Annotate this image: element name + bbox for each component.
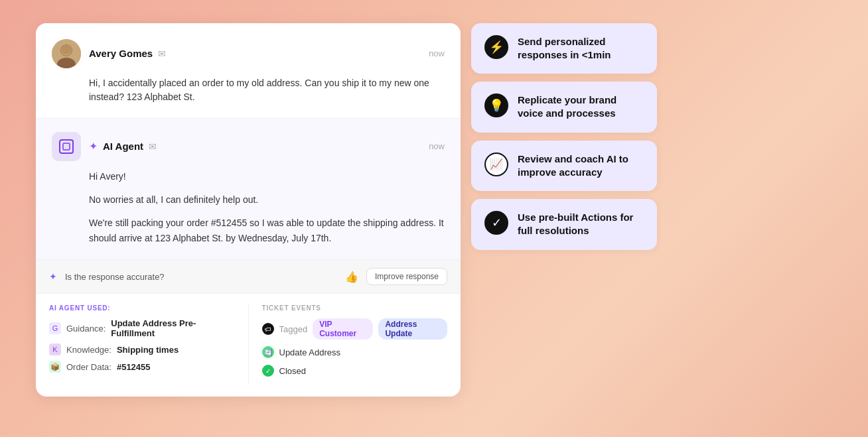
closed-icon: ✓	[262, 365, 274, 377]
lightbulb-icon: 💡	[484, 94, 508, 117]
feature-text-1: Send personalized responses in <1min	[518, 35, 644, 62]
closed-event: ✓ Closed	[262, 365, 448, 377]
feature-card-4: ✓ Use pre-built Actions for full resolut…	[471, 199, 657, 250]
feature-card-1: ⚡ Send personalized responses in <1min	[471, 23, 657, 74]
accuracy-sparkle-icon: ✦	[49, 271, 57, 282]
accuracy-bar: ✦ Is the response accurate? 👍 Improve re…	[36, 260, 461, 294]
guidance-label: Guidance:	[66, 324, 106, 334]
customer-message-header: Avery Gomes ✉ now	[52, 39, 445, 68]
improve-response-button[interactable]: Improve response	[366, 268, 447, 285]
ai-sender-info: ✦ AI Agent ✉	[89, 140, 421, 153]
main-container: Avery Gomes ✉ now Hi, I accidentally pla…	[36, 23, 832, 414]
ai-timestamp: now	[429, 141, 445, 151]
svg-point-4	[62, 45, 71, 54]
tagged-event: 🏷 Tagged VIP Customer Address Update	[262, 318, 448, 340]
feature-text-4: Use pre-built Actions for full resolutio…	[518, 211, 644, 238]
guidance-item: G Guidance: Update Address Pre-Fulfillme…	[49, 318, 235, 338]
feature-text-3: Review and coach AI to improve accuracy	[518, 153, 644, 180]
check-circle-icon: ✓	[484, 211, 508, 235]
order-value: #512455	[117, 362, 151, 372]
email-icon: ✉	[158, 48, 166, 59]
ai-agent-used-section: AI AGENT USED: G Guidance: Update Addres…	[49, 304, 248, 383]
customer-avatar	[52, 39, 81, 68]
vip-customer-tag: VIP Customer	[313, 318, 373, 340]
knowledge-item: K Knowledge: Shipping times	[49, 343, 235, 355]
ai-line1: No worries at all, I can definitely help…	[89, 192, 445, 208]
ai-greeting: Hi Avery!	[89, 169, 445, 184]
ticket-events-section: TICKET EVENTS 🏷 Tagged VIP Customer Addr…	[248, 304, 448, 383]
ticket-events-label: TICKET EVENTS	[262, 304, 448, 312]
knowledge-icon: K	[49, 343, 61, 355]
thumbs-up-icon[interactable]: 👍	[345, 271, 358, 283]
update-address-icon: 🔄	[262, 346, 274, 358]
footer-info: AI AGENT USED: G Guidance: Update Addres…	[36, 294, 461, 397]
svg-rect-6	[63, 143, 70, 150]
ai-line2: We're still packing your order #512455 s…	[89, 216, 445, 246]
sender-info: Avery Gomes ✉	[89, 48, 421, 59]
feature-text-2: Replicate your brand voice and processes	[518, 94, 644, 121]
ai-message-header: ✦ AI Agent ✉ now	[52, 132, 445, 161]
ai-email-icon: ✉	[149, 141, 157, 152]
closed-label: Closed	[279, 366, 306, 376]
customer-timestamp: now	[429, 48, 445, 58]
lightning-icon: ⚡	[484, 35, 508, 59]
right-panel: ⚡ Send personalized responses in <1min 💡…	[471, 23, 657, 250]
update-address-event: 🔄 Update Address	[262, 346, 448, 358]
customer-name: Avery Gomes	[89, 48, 153, 59]
order-item: 📦 Order Data: #512455	[49, 361, 235, 373]
knowledge-label: Knowledge:	[66, 345, 111, 355]
left-panel: Avery Gomes ✉ now Hi, I accidentally pla…	[36, 23, 461, 397]
knowledge-value: Shipping times	[117, 345, 179, 355]
feature-card-2: 💡 Replicate your brand voice and process…	[471, 82, 657, 133]
customer-message-body: Hi, I accidentally placed an order to my…	[52, 76, 445, 105]
ai-avatar	[52, 132, 81, 161]
feature-card-3: 📈 Review and coach AI to improve accurac…	[471, 141, 657, 192]
svg-rect-5	[60, 140, 73, 153]
ai-agent-name: AI Agent	[103, 141, 143, 152]
customer-message: Avery Gomes ✉ now Hi, I accidentally pla…	[36, 23, 461, 119]
address-update-tag: Address Update	[378, 318, 447, 340]
guidance-icon: G	[49, 322, 61, 334]
ai-message-body: Hi Avery! No worries at all, I can defin…	[52, 169, 445, 246]
tag-icon: 🏷	[262, 323, 274, 335]
accuracy-question: Is the response accurate?	[65, 272, 337, 282]
order-label: Order Data:	[66, 362, 111, 372]
guidance-value: Update Address Pre-Fulfillment	[111, 318, 234, 338]
update-address-label: Update Address	[279, 347, 341, 357]
ai-message: ✦ AI Agent ✉ now Hi Avery! No worries at…	[36, 119, 461, 260]
chart-icon: 📈	[484, 153, 508, 176]
order-icon: 📦	[49, 361, 61, 373]
tagged-label: Tagged	[279, 324, 308, 334]
ai-agent-used-label: AI AGENT USED:	[49, 304, 235, 312]
ai-star-icon: ✦	[89, 140, 98, 153]
